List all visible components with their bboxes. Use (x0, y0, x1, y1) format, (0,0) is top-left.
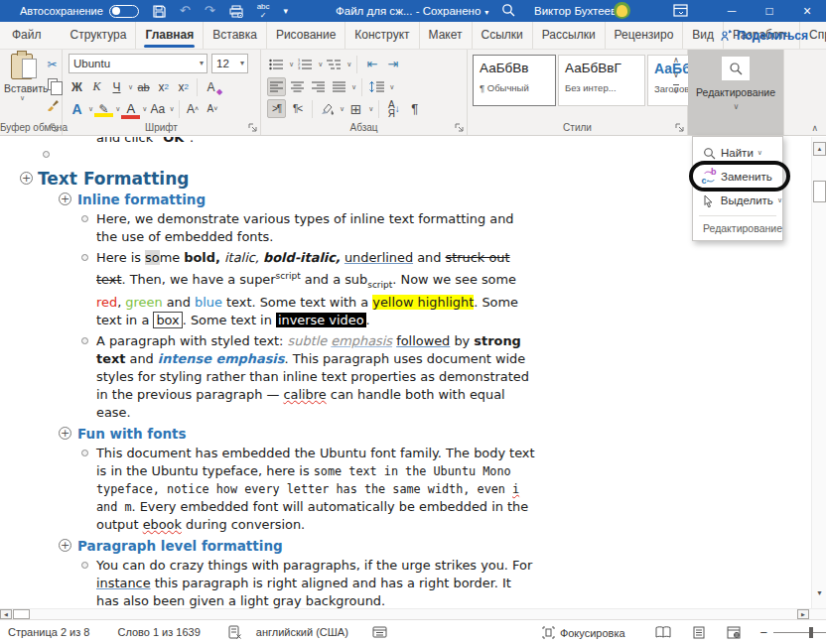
print-layout-icon[interactable] (693, 626, 705, 639)
strikethrough-button[interactable]: ab (134, 77, 153, 96)
line-spacing-chevron-icon[interactable]: ∨ (389, 83, 394, 91)
highlight-color-button[interactable]: ✎ (94, 101, 113, 116)
change-case-button[interactable]: Aa (148, 99, 167, 118)
web-layout-icon[interactable] (727, 626, 741, 639)
tab-references[interactable]: Ссылки (473, 22, 533, 49)
font-name-combobox[interactable]: Ubuntu▾ (69, 54, 207, 73)
paste-button[interactable]: Вставить∨ (4, 54, 40, 102)
quick-print-icon[interactable] (229, 5, 243, 18)
align-left-button[interactable] (267, 77, 286, 96)
read-mode-icon[interactable] (655, 626, 671, 638)
tab-insert[interactable]: Вставка (204, 22, 267, 49)
font-dialog-launcher-icon[interactable] (248, 123, 257, 132)
sort-button[interactable]: АЯ↓ (384, 99, 403, 118)
menu-item-select[interactable]: Выделить ∨ (693, 189, 782, 212)
tab-draw[interactable]: Рисование (267, 22, 345, 49)
styles-scroll-down-icon[interactable]: ∨ (673, 69, 679, 81)
user-name[interactable]: Виктор Бухтеев (534, 0, 617, 22)
document-title[interactable]: Файл для сж... - Сохранено▾ (336, 0, 488, 22)
tab-design[interactable]: Конструкт (345, 22, 419, 49)
borders-button[interactable]: ⊞ (346, 99, 365, 118)
shading-chevron-icon[interactable]: ∨ (340, 105, 344, 113)
language-indicator[interactable]: английский (США) (256, 626, 348, 638)
superscript-button[interactable]: x2 (174, 77, 193, 96)
menu-item-replace[interactable]: bc Заменить (693, 165, 782, 189)
collapse-ribbon-icon[interactable]: ∧ (811, 123, 818, 133)
bold-button[interactable]: Ж (68, 77, 86, 96)
change-case-chevron-icon[interactable]: ∨ (169, 105, 174, 113)
format-painter-icon[interactable] (43, 95, 62, 114)
close-button[interactable]: × (788, 0, 826, 22)
numbered-list-chevron-icon[interactable]: ∨ (318, 61, 323, 68)
tab-layout[interactable]: Макет (420, 22, 473, 49)
align-center-button[interactable] (288, 77, 307, 96)
tab-home[interactable]: Главная (136, 22, 204, 49)
text-effects-button[interactable]: A (68, 99, 86, 118)
highlight-chevron-icon[interactable]: ∨ (115, 105, 120, 113)
autosave-toggle[interactable] (109, 5, 139, 18)
editing-button[interactable]: Редактирование ∨ (688, 50, 783, 135)
bullet-list-button[interactable] (267, 55, 286, 73)
document-content[interactable]: and click "OK".+Text Formatting+Inline f… (0, 137, 811, 608)
vertical-scrollbar[interactable]: ▲ ▼ (811, 137, 826, 608)
expand-icon[interactable]: + (59, 193, 71, 205)
scroll-left-icon[interactable]: ◀ (0, 609, 12, 619)
justify-button[interactable] (330, 77, 348, 96)
tab-file[interactable]: Файл (0, 22, 54, 49)
increase-indent-icon[interactable]: ⇥ (383, 55, 402, 73)
grow-font-button[interactable]: A˄ (184, 99, 203, 118)
styles-dialog-launcher-icon[interactable] (675, 123, 684, 132)
italic-button[interactable]: К (87, 77, 106, 96)
line-spacing-button[interactable] (367, 77, 386, 96)
scroll-down-icon[interactable]: ▼ (813, 586, 826, 600)
display-settings-icon[interactable] (372, 626, 387, 639)
tab-outline[interactable]: Структура (62, 22, 137, 49)
align-right-button[interactable] (309, 77, 328, 96)
zoom-slider[interactable] (773, 632, 826, 633)
menu-item-find[interactable]: Найти ∨ (693, 141, 782, 165)
multilevel-list-button[interactable] (325, 55, 344, 73)
text-effects-chevron-icon[interactable]: ∨ (88, 105, 93, 113)
subscript-button[interactable]: x2 (154, 77, 173, 96)
shrink-font-button[interactable]: A˅ (204, 99, 222, 118)
zoom-out-icon[interactable]: − (760, 625, 768, 640)
borders-chevron-icon[interactable]: ∨ (368, 105, 373, 113)
spellcheck-icon[interactable]: abc✓ (257, 2, 270, 20)
font-size-combobox[interactable]: 12▾ (211, 54, 248, 73)
redo-icon[interactable]: ↷ (205, 0, 215, 22)
paragraph-dialog-launcher-icon[interactable] (455, 123, 464, 132)
proofing-errors-icon[interactable] (228, 625, 242, 639)
customize-toolbar-icon[interactable]: ▾ (284, 0, 289, 22)
save-icon[interactable] (153, 5, 166, 18)
horizontal-scroll-thumb[interactable] (13, 609, 30, 619)
share-button[interactable]: Поделиться (711, 24, 818, 48)
horizontal-scrollbar[interactable]: ◀ ▶ (0, 608, 826, 619)
numbered-list-button[interactable]: 123 (296, 55, 315, 73)
ltr-direction-button[interactable]: >¶ (267, 99, 286, 118)
rtl-direction-button[interactable]: ¶< (288, 99, 307, 118)
tab-mailings[interactable]: Рассылки (533, 22, 606, 49)
expand-icon[interactable]: + (20, 172, 33, 185)
shading-button[interactable] (318, 99, 337, 118)
style-no-spacing[interactable]: АаБбВвГ Без интер... (558, 55, 645, 106)
minimize-button[interactable]: ─ (713, 0, 751, 22)
search-icon[interactable] (501, 3, 515, 20)
focus-mode-button[interactable]: Фокусировка (542, 626, 625, 639)
clipboard-dialog-launcher-icon[interactable] (50, 123, 59, 132)
vertical-scroll-thumb[interactable] (813, 181, 826, 202)
cut-icon[interactable]: ✂ (43, 55, 62, 73)
styles-gallery-more-icon[interactable]: ∨ (673, 84, 679, 97)
font-color-chevron-icon[interactable]: ∨ (142, 105, 147, 113)
undo-icon[interactable]: ↶ (180, 0, 191, 22)
tab-review[interactable]: Рецензиро (606, 22, 684, 49)
styles-scroll-up-icon[interactable]: ∧ (673, 55, 679, 66)
copy-icon[interactable] (48, 78, 58, 90)
underline-button[interactable]: Ч (107, 77, 126, 96)
scroll-right-icon[interactable]: ▶ (797, 609, 809, 619)
expand-icon[interactable]: + (59, 539, 71, 552)
maximize-button[interactable]: □ (751, 0, 788, 22)
justify-chevron-icon[interactable]: ∨ (351, 83, 356, 91)
expand-icon[interactable]: + (59, 427, 71, 440)
style-normal[interactable]: АаБбВв ¶ Обычный (473, 55, 556, 106)
zoom-slider-thumb[interactable] (809, 627, 813, 638)
